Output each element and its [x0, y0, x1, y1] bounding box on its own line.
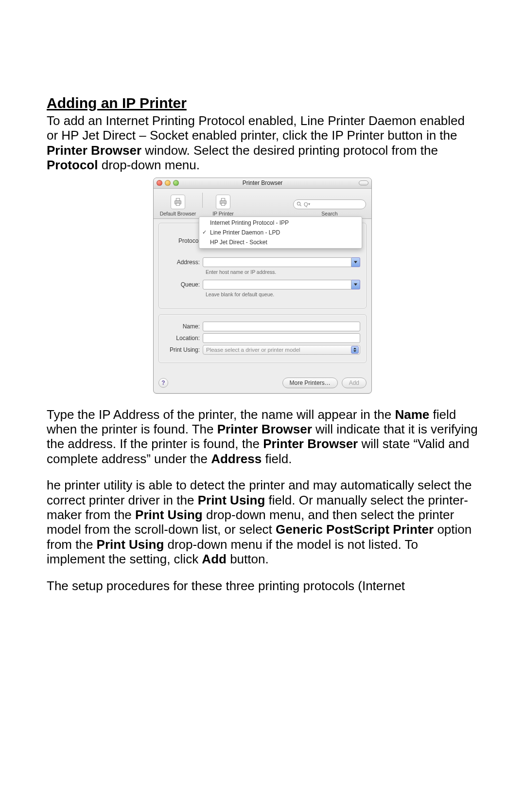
help-button[interactable]: ? — [158, 378, 168, 388]
print-using-label: Print Using: — [165, 346, 203, 353]
search-prefix: Q — [304, 201, 308, 207]
protocol-option-socket[interactable]: HP Jet Direct - Socket — [199, 237, 362, 247]
text-bold: Protocol — [47, 158, 98, 172]
window-title: Printer Browser — [154, 180, 371, 186]
toolbar-separator — [202, 193, 203, 208]
text-bold: Printer Browser — [47, 143, 141, 158]
queue-label: Queue: — [165, 281, 203, 288]
default-browser-button[interactable]: Default Browser — [157, 195, 199, 217]
window-toolbar: Default Browser IP Printer Q▾ Search — [154, 189, 371, 219]
toolbar-label: IP Printer — [212, 211, 234, 217]
paragraph-2: Type the IP Address of the printer, the … — [47, 407, 478, 467]
updown-arrows-icon — [351, 346, 359, 354]
address-label: Address: — [165, 259, 203, 266]
ip-printer-button[interactable]: IP Printer — [206, 195, 241, 217]
protocol-option-ipp[interactable]: Internet Printing Protocol - IPP — [199, 218, 362, 228]
select-placeholder: Please select a driver or printer model — [206, 347, 300, 353]
name-label: Name: — [165, 323, 203, 330]
svg-line-7 — [300, 205, 301, 206]
location-label: Location: — [165, 335, 203, 342]
protocol-label: Protocol — [165, 237, 203, 244]
svg-marker-10 — [353, 347, 356, 349]
identity-panel: Name: Location: Print Using: Please sele… — [158, 314, 367, 363]
address-hint: Enter host name or IP address. — [206, 269, 360, 275]
text: drop-down menu. — [98, 158, 200, 172]
window-titlebar: Printer Browser — [154, 178, 371, 189]
screenshot-container: Printer Browser Default Browser IP Pr — [47, 178, 478, 394]
svg-marker-8 — [354, 261, 357, 264]
queue-input[interactable] — [203, 280, 351, 289]
window-footer: ? More Printers… Add — [154, 375, 371, 393]
protocol-dropdown-menu: Internet Printing Protocol - IPP ✓Line P… — [199, 217, 362, 249]
paragraph-3: he printer utility is able to detect the… — [47, 478, 478, 566]
svg-point-6 — [297, 202, 300, 205]
toolbar-label: Default Browser — [160, 211, 196, 217]
svg-marker-11 — [353, 350, 356, 352]
svg-rect-5 — [221, 203, 225, 205]
printer-browser-window: Printer Browser Default Browser IP Pr — [153, 178, 372, 394]
printer-icon — [171, 195, 185, 209]
intro-paragraph: To add an Internet Printing Protocol ena… — [47, 113, 478, 173]
add-button[interactable]: Add — [342, 378, 367, 388]
toolbar-label: Search — [321, 211, 337, 217]
print-using-select[interactable]: Please select a driver or printer model — [203, 345, 360, 355]
toolbar-toggle-icon[interactable] — [359, 180, 368, 185]
address-dropdown-button[interactable] — [351, 257, 360, 267]
queue-dropdown-button[interactable] — [351, 280, 360, 289]
queue-hint: Leave blank for default queue. — [206, 291, 360, 297]
printer-icon — [216, 195, 230, 209]
svg-rect-4 — [221, 198, 225, 200]
check-icon: ✓ — [202, 229, 207, 235]
address-input[interactable] — [203, 257, 351, 267]
name-input[interactable] — [203, 322, 360, 331]
location-input[interactable] — [203, 333, 360, 343]
more-printers-button[interactable]: More Printers… — [282, 378, 338, 388]
protocol-option-lpd[interactable]: ✓Line Printer Daemon - LPD — [199, 228, 362, 237]
svg-marker-9 — [354, 284, 357, 286]
search-icon — [297, 201, 302, 207]
paragraph-4: The setup procedures for these three pri… — [47, 578, 478, 593]
section-heading: Adding an IP Printer — [47, 95, 478, 111]
search-input[interactable]: Q▾ — [293, 199, 366, 209]
svg-rect-1 — [176, 198, 179, 200]
text: To add an Internet Printing Protocol ena… — [47, 113, 465, 143]
text: window. Select the desired printing prot… — [141, 143, 438, 158]
svg-rect-2 — [176, 203, 179, 205]
connection-panel: Internet Printing Protocol - IPP ✓Line P… — [158, 223, 367, 308]
